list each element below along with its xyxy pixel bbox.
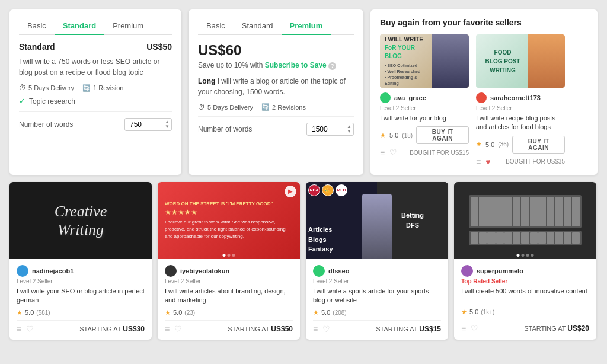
heart-icon-1[interactable]: ♡ — [389, 148, 397, 157]
gig-menu-icon-2[interactable]: ≡ — [165, 324, 170, 334]
gig-seller-1: nadinejacob1 — [32, 267, 74, 274]
testimonial-body: I believe our great to work with! She wa… — [165, 219, 293, 240]
tab-basic-p[interactable]: Basic — [198, 18, 234, 35]
gig-avatar-4 — [461, 265, 473, 277]
fav-item-2: FOODBLOG POSTWRITING sarahcornett173 Lev… — [476, 34, 565, 167]
revisions-meta: 1 Revision — [82, 84, 123, 92]
revisions-label: 1 Revision — [93, 84, 123, 91]
dot-3[interactable] — [232, 254, 235, 257]
gig-bottom-3: ≡ ♡ STARTING AT US$15 — [313, 320, 441, 334]
dot-k1[interactable] — [517, 254, 520, 257]
gig-seller-3: dfsseo — [328, 267, 349, 274]
premium-words-row: Number of words ▲ ▼ — [198, 116, 354, 136]
tab-standard-p[interactable]: Standard — [234, 18, 282, 35]
premium-package-card: Basic Standard Premium US$60 Save up to … — [189, 9, 363, 175]
fav-thumb-2[interactable]: FOODBLOG POSTWRITING — [476, 34, 565, 88]
premium-words-spinner[interactable]: ▲ ▼ — [347, 124, 352, 134]
premium-delivery-meta: 5 Days Delivery — [198, 103, 253, 111]
clock-icon — [19, 84, 26, 92]
fav-seller-name-2: sarahcornett173 — [490, 94, 541, 101]
rating-num-2: 5.0 — [485, 141, 494, 148]
gig-rating-1: ★ 5.0 (581) — [17, 309, 145, 317]
gig-cards-row: CreativeWriting nadinejacob1 Level 2 Sel… — [9, 182, 598, 340]
gig-rating-num-3: 5.0 — [321, 309, 330, 316]
gig-rating-num-2: 5.0 — [173, 309, 182, 316]
dot-k4[interactable] — [531, 254, 534, 257]
dot-2[interactable] — [228, 254, 231, 257]
package-description: I will write a 750 words or less SEO art… — [19, 56, 172, 78]
gig-level-1: Level 2 Seller — [17, 278, 145, 285]
premium-tabs: Basic Standard Premium — [198, 18, 354, 35]
gig-star-3: ★ — [313, 309, 319, 317]
gig-card-2: ▶ WORD ON THE STREET IS "I'M PRETTY GOOD… — [158, 182, 300, 340]
gig-thumb-2[interactable]: ▶ WORD ON THE STREET IS "I'M PRETTY GOOD… — [158, 182, 300, 259]
favorites-grid: I WILL WRITE FoR YOUR BLOG • SEO Optimiz… — [380, 34, 588, 167]
gig-heart-icon-4[interactable]: ♡ — [471, 324, 478, 333]
buy-again-btn-1[interactable]: BUY IT AGAIN — [416, 126, 469, 144]
rating-count-1: (18) — [402, 132, 413, 139]
fav-desc-2: I will write recipe blog posts and artic… — [476, 114, 565, 132]
dot-1[interactable] — [223, 254, 226, 257]
premium-words-label: Number of words — [198, 125, 252, 133]
fav-rating-2: ★ 5.0 (36) BUY IT AGAIN — [476, 136, 565, 154]
gig-level-4: Top Rated Seller — [461, 278, 589, 285]
premium-meta: 5 Days Delivery 2 Revisions — [198, 103, 354, 111]
words-input-wrap[interactable]: ▲ ▼ — [124, 118, 172, 131]
gig-heart-icon-1[interactable]: ♡ — [26, 324, 34, 334]
gig-rating-count-4: (1k+) — [481, 309, 494, 315]
gig-menu-icon-1[interactable]: ≡ — [17, 324, 21, 334]
fav-desc-1: I will write for your blog — [380, 114, 469, 123]
delivery-meta: 5 Days Delivery — [19, 84, 74, 92]
gig-bottom-2: ≡ ♡ STARTING AT US$50 — [165, 320, 293, 334]
gig-thumb-4[interactable] — [454, 182, 596, 259]
gig-menu-icon-3[interactable]: ≡ — [313, 324, 318, 334]
words-spinner[interactable]: ▲ ▼ — [165, 120, 170, 129]
gig-level-3: Level 2 Seller — [313, 278, 441, 285]
gig-thumb-3[interactable]: NBA 👑 MLB BettingDFS ArticlesBlogsFantas… — [306, 182, 448, 259]
rating-count-2: (36) — [498, 141, 509, 148]
fav-thumb-1[interactable]: I WILL WRITE FoR YOUR BLOG • SEO Optimiz… — [380, 34, 469, 88]
refresh-icon — [82, 84, 91, 92]
gig-star-2: ★ — [165, 309, 171, 317]
gig-star-4: ★ — [461, 308, 467, 316]
gig-icons-2: ≡ ♡ — [165, 324, 182, 334]
fav-bottom-2: ≡ ♥ BOUGHT FOR US$35 — [476, 157, 565, 167]
tab-premium[interactable]: Premium — [104, 18, 152, 35]
star-icon-1: ★ — [380, 132, 386, 139]
subscribe-to-save-link[interactable]: Subscribe to Save — [265, 61, 327, 69]
testimonial-stars: ★★★★★ — [165, 208, 293, 216]
gig-icons-1: ≡ ♡ — [17, 324, 34, 334]
topic-research: ✓ Topic research — [19, 97, 172, 106]
tab-basic[interactable]: Basic — [19, 18, 55, 35]
gig-avatar-1 — [17, 265, 28, 277]
tab-premium-p[interactable]: Premium — [282, 18, 331, 35]
menu-icon-2[interactable]: ≡ — [476, 157, 481, 167]
play-button[interactable]: ▶ — [285, 186, 296, 197]
favorites-title: Buy again from your favorite sellers — [380, 18, 588, 27]
gig-body-1: nadinejacob1 Level 2 Seller I will write… — [9, 259, 152, 340]
menu-icon-1[interactable]: ≡ — [380, 148, 385, 157]
gig-menu-icon-4[interactable]: ≡ — [461, 324, 466, 333]
gig-rating-count-1: (581) — [36, 309, 50, 316]
buy-again-btn-2[interactable]: BUY IT AGAIN — [512, 136, 565, 154]
tab-standard[interactable]: Standard — [55, 18, 104, 35]
gig-card-1: CreativeWriting nadinejacob1 Level 2 Sel… — [9, 182, 152, 340]
sports-person — [362, 194, 392, 259]
premium-words-input-wrap[interactable]: ▲ ▼ — [306, 123, 354, 136]
gig-thumb-1[interactable]: CreativeWriting — [9, 182, 152, 259]
package-meta: 5 Days Delivery 1 Revision — [19, 84, 172, 92]
dot-k2[interactable] — [522, 254, 525, 257]
favorites-card: Buy again from your favorite sellers I W… — [370, 9, 598, 175]
gig-price-4: STARTING AT US$20 — [524, 324, 589, 333]
dot-k3[interactable] — [526, 254, 529, 257]
fav-level-2: Level 2 Seller — [476, 105, 565, 111]
gig-icons-4: ≡ ♡ — [461, 324, 478, 333]
gig-rating-count-2: (23) — [184, 309, 195, 316]
heart-icon-filled-2[interactable]: ♥ — [485, 157, 490, 167]
gig-avatar-3 — [313, 265, 325, 277]
gig-heart-icon-3[interactable]: ♡ — [322, 324, 330, 334]
gig-heart-icon-2[interactable]: ♡ — [174, 324, 182, 334]
info-icon[interactable]: ? — [328, 62, 336, 70]
fav-bought-1: BOUGHT FOR US$15 — [410, 149, 469, 156]
sports-logos: NBA 👑 MLB — [308, 184, 347, 197]
